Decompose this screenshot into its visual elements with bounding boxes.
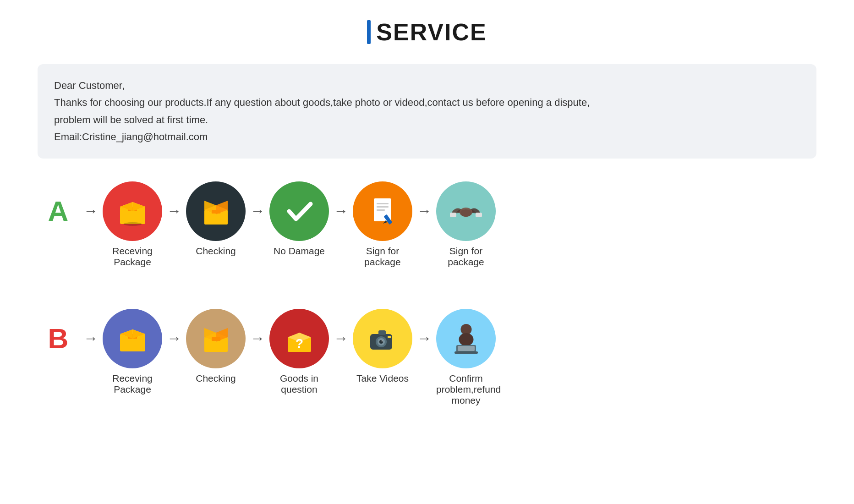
row-a-step4-icon	[353, 181, 412, 241]
row-b-label5: Confirm problem,refund money	[436, 373, 496, 406]
row-a-label2: Checking	[186, 246, 246, 257]
svg-rect-30	[212, 337, 220, 341]
row-a-section: A → →	[38, 181, 816, 286]
svg-text:?: ?	[295, 336, 303, 351]
title-bar-accent	[367, 20, 371, 44]
arrow-a4: →	[417, 203, 432, 219]
row-a-label1: Receving Package	[103, 246, 162, 268]
info-line2: Thanks for choosing our products.If any …	[54, 94, 800, 111]
svg-rect-17	[450, 213, 456, 217]
arrow-b0: →	[83, 330, 98, 347]
row-a-icons: A → →	[38, 181, 816, 241]
svg-rect-13	[377, 206, 389, 208]
svg-point-5	[123, 222, 142, 226]
row-a-step3-icon	[269, 181, 329, 241]
svg-point-42	[459, 333, 473, 346]
arrow-a1: →	[167, 203, 181, 219]
row-b-labels: Receving Package Checking Goods in quest…	[38, 373, 816, 406]
row-b-label1: Receving Package	[103, 373, 162, 395]
arrow-a0: →	[83, 203, 98, 219]
svg-point-38	[381, 340, 383, 342]
arrow-a3: →	[334, 203, 348, 219]
row-b-step5-icon	[436, 309, 496, 368]
row-b-label2: Checking	[186, 373, 246, 384]
row-b-step3: ?	[269, 309, 329, 368]
row-a-step5-icon	[436, 181, 496, 241]
row-a-step5	[436, 181, 496, 241]
svg-rect-10	[212, 210, 220, 214]
info-line1: Dear Customer,	[54, 77, 800, 94]
arrow-b2: →	[250, 330, 265, 347]
row-b-step4	[353, 309, 412, 368]
row-a-labels: Receving Package Checking No Damage Sign…	[38, 246, 816, 268]
row-a-step4	[353, 181, 412, 241]
row-a-step2	[186, 181, 246, 241]
row-b-label3: Goods in question	[269, 373, 329, 395]
page-title-section: SERVICE	[367, 18, 487, 46]
arrow-b1: →	[167, 330, 181, 347]
row-b-step1	[103, 309, 162, 368]
row-b-label4: Take Videos	[353, 373, 412, 384]
svg-rect-18	[476, 213, 482, 217]
info-box: Dear Customer, Thanks for choosing our p…	[38, 64, 816, 159]
row-a-label5: Sign for package	[436, 246, 496, 268]
svg-rect-45	[454, 351, 478, 354]
svg-rect-12	[377, 203, 389, 204]
svg-rect-39	[378, 330, 386, 335]
row-b-step2	[186, 309, 246, 368]
info-line4: Email:Cristine_jiang@hotmail.com	[54, 128, 800, 145]
row-b-label: B	[38, 322, 79, 355]
row-a-label3: No Damage	[269, 246, 329, 257]
row-a-step2-icon	[186, 181, 246, 241]
arrow-b4: →	[417, 330, 432, 347]
row-a-label: A	[38, 195, 79, 227]
row-a-label4: Sign for package	[353, 246, 412, 268]
row-a-step1	[103, 181, 162, 241]
svg-rect-44	[458, 346, 475, 351]
row-b-step1-icon	[103, 309, 162, 368]
svg-point-20	[460, 209, 471, 217]
arrow-a2: →	[250, 203, 265, 219]
row-b-step3-icon: ?	[269, 309, 329, 368]
row-b-icons: B → →	[38, 309, 816, 368]
row-b-step5	[436, 309, 496, 368]
row-a-step1-icon	[103, 181, 162, 241]
row-b-step4-icon	[353, 309, 412, 368]
row-a-step3	[269, 181, 329, 241]
page-title: SERVICE	[376, 18, 487, 46]
arrow-b3: →	[334, 330, 348, 347]
svg-rect-40	[388, 336, 391, 338]
row-b-section: B → →	[38, 309, 816, 424]
row-b-step2-icon	[186, 309, 246, 368]
svg-rect-14	[377, 209, 385, 211]
info-line3: problem will be solved at first time.	[54, 111, 800, 128]
